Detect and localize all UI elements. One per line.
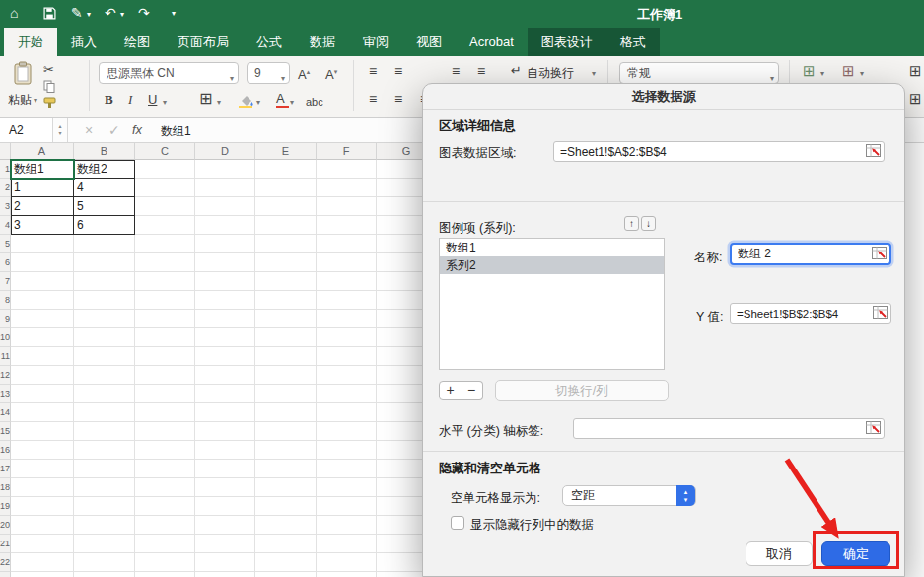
undo-icon[interactable]: ↶: [105, 5, 116, 21]
row-header-13[interactable]: 13: [0, 385, 11, 403]
enter-entry-icon[interactable]: ✓: [108, 122, 120, 138]
column-header-A[interactable]: A: [11, 143, 74, 160]
range-selector-icon[interactable]: [873, 306, 888, 321]
cell-A13[interactable]: [11, 385, 74, 403]
cell-A5[interactable]: [11, 235, 74, 253]
cell-A21[interactable]: [11, 535, 74, 553]
series-name-field[interactable]: 数组 2: [730, 243, 891, 265]
paste-chevron-icon[interactable]: ▾: [34, 96, 37, 105]
formula-content[interactable]: 数组1: [161, 123, 191, 140]
wrap-text-chevron-icon[interactable]: ▾: [592, 69, 596, 78]
cell-D22[interactable]: [195, 553, 255, 572]
tab-开始[interactable]: 开始: [4, 28, 57, 56]
tab-公式[interactable]: 公式: [243, 28, 296, 56]
save-icon[interactable]: [43, 7, 56, 23]
cell-A20[interactable]: [11, 516, 74, 535]
cell-B7[interactable]: [74, 272, 135, 291]
series-list[interactable]: 数组1系列2: [439, 238, 665, 370]
cell-B8[interactable]: [74, 291, 135, 310]
remove-series-button[interactable]: −: [461, 381, 483, 400]
cell-D13[interactable]: [195, 385, 255, 403]
cell-C18[interactable]: [135, 478, 195, 497]
undo-chevron-icon[interactable]: ▾: [120, 10, 124, 19]
row-header-18[interactable]: 18: [0, 478, 11, 497]
cell-C1[interactable]: [135, 160, 195, 179]
cell-F19[interactable]: [317, 497, 377, 516]
cell-E2[interactable]: [255, 179, 317, 197]
clear-formatting-icon[interactable]: abc: [306, 95, 323, 108]
increase-indent-icon[interactable]: ≡: [477, 64, 485, 78]
font-color-chevron-icon[interactable]: ▾: [290, 98, 294, 107]
cell-C16[interactable]: [135, 441, 195, 460]
wrap-text-icon[interactable]: ↵: [511, 64, 522, 78]
align-left-icon[interactable]: ≡: [369, 92, 377, 106]
cell-F7[interactable]: [317, 272, 377, 291]
axis-labels-field[interactable]: [573, 418, 885, 439]
cell-F22[interactable]: [317, 553, 377, 572]
cell-B3[interactable]: 5: [74, 197, 135, 216]
italic-button[interactable]: I: [128, 93, 132, 107]
cell-A1[interactable]: 数组1: [11, 160, 74, 179]
copy-icon[interactable]: [43, 80, 55, 96]
select-all-corner[interactable]: [0, 143, 11, 160]
cell-E4[interactable]: [255, 216, 317, 235]
cell-D3[interactable]: [195, 197, 255, 216]
cell-A22[interactable]: [11, 553, 74, 572]
cell-D20[interactable]: [195, 516, 255, 535]
row-header-8[interactable]: 8: [0, 291, 11, 310]
cell-C2[interactable]: [135, 179, 195, 197]
edit-icon[interactable]: ✎: [71, 5, 83, 21]
tab-绘图[interactable]: 绘图: [110, 28, 164, 56]
cell-C6[interactable]: [135, 253, 195, 272]
number-format-combo[interactable]: 常规 ▾: [619, 62, 779, 84]
row-header-7[interactable]: 7: [0, 272, 11, 291]
toolbar-options-chevron-icon[interactable]: ▾: [172, 9, 176, 18]
cell-A7[interactable]: [11, 272, 74, 291]
cell-B1[interactable]: 数组2: [74, 160, 135, 179]
cell-E11[interactable]: [255, 347, 317, 366]
column-header-F[interactable]: F: [317, 143, 377, 160]
column-header-B[interactable]: B: [74, 143, 135, 160]
row-header-19[interactable]: 19: [0, 497, 11, 516]
tab-插入[interactable]: 插入: [57, 28, 110, 56]
cell-B17[interactable]: [74, 460, 135, 478]
range-selector-icon[interactable]: [866, 421, 881, 437]
cell-D17[interactable]: [195, 460, 255, 478]
font-name-chevron-icon[interactable]: ▾: [230, 69, 234, 84]
cell-A4[interactable]: 3: [11, 216, 74, 235]
cell-B13[interactable]: [74, 385, 135, 403]
underline-chevron-icon[interactable]: ▾: [163, 98, 167, 107]
cell-F1[interactable]: [317, 160, 377, 179]
cell-D1[interactable]: [195, 160, 255, 179]
cell-B20[interactable]: [74, 516, 135, 535]
name-box[interactable]: A2: [0, 118, 53, 142]
cell-B21[interactable]: [74, 535, 135, 553]
cell-C12[interactable]: [135, 366, 195, 385]
series-item-数组1[interactable]: 数组1: [440, 239, 664, 256]
move-series-down-button[interactable]: ↓: [641, 216, 656, 231]
range-selector-icon[interactable]: [866, 144, 881, 160]
row-header-16[interactable]: 16: [0, 441, 11, 460]
cell-E19[interactable]: [255, 497, 317, 516]
redo-icon[interactable]: ↷: [138, 5, 150, 21]
cell-E23[interactable]: [255, 572, 317, 577]
column-header-E[interactable]: E: [255, 143, 317, 160]
cell-C7[interactable]: [135, 272, 195, 291]
tab-页面布局[interactable]: 页面布局: [164, 28, 243, 56]
cell-D8[interactable]: [195, 291, 255, 310]
cell-F3[interactable]: [317, 197, 377, 216]
cell-E22[interactable]: [255, 553, 317, 572]
cell-A6[interactable]: [11, 253, 74, 272]
paste-clipboard-icon[interactable]: [13, 61, 33, 89]
cell-C17[interactable]: [135, 460, 195, 478]
font-size-chevron-icon[interactable]: ▾: [281, 69, 285, 84]
cell-A2[interactable]: 1: [11, 179, 74, 197]
font-size-combo[interactable]: 9 ▾: [247, 62, 290, 84]
conditional-format-icon[interactable]: ⊞: [803, 64, 816, 78]
column-header-D[interactable]: D: [195, 143, 255, 160]
dropdown-stepper-icon[interactable]: ▴▾: [676, 485, 695, 506]
cell-E1[interactable]: [255, 160, 317, 179]
cell-C4[interactable]: [135, 216, 195, 235]
cell-C21[interactable]: [135, 535, 195, 553]
row-header-9[interactable]: 9: [0, 310, 11, 328]
